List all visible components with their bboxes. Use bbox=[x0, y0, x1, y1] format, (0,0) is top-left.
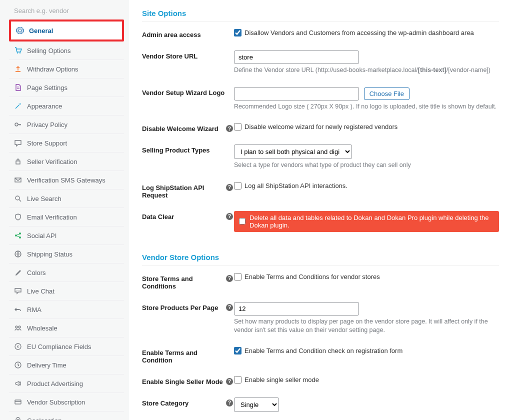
checkbox-disable-wizard[interactable]: Disable welcome wizard for newly registe… bbox=[234, 123, 499, 130]
help-icon[interactable]: ? bbox=[226, 304, 233, 311]
sidebar-item-label: Privacy Policy bbox=[27, 121, 68, 128]
help-icon[interactable]: ? bbox=[226, 184, 233, 191]
section-title-vendor: Vendor Store Options bbox=[142, 253, 499, 266]
help-icon[interactable]: ? bbox=[226, 125, 233, 132]
label-products-per-page: Store Products Per Page bbox=[142, 302, 226, 312]
field-product-types: Selling Product Types I plan to sell bot… bbox=[142, 144, 499, 170]
checkbox-enable-terms-input[interactable] bbox=[234, 347, 242, 354]
sidebar-item-live-search[interactable]: Live Search bbox=[9, 190, 124, 208]
euro-icon: € bbox=[14, 342, 22, 350]
sidebar-item-label: EU Compliance Fields bbox=[27, 343, 92, 350]
checkbox-shipstation[interactable]: Log all ShipStation API interactions. bbox=[234, 182, 499, 190]
sidebar-item-shipping-status[interactable]: Shipping Status bbox=[9, 245, 124, 264]
help-icon[interactable]: ? bbox=[226, 400, 233, 406]
label-enable-terms: Enable Terms and Condition bbox=[142, 347, 226, 364]
sidebar-item-eu-compliance-fields[interactable]: €EU Compliance Fields bbox=[9, 338, 124, 356]
sidebar-item-page-settings[interactable]: Page Settings bbox=[9, 78, 124, 97]
main-panel: Site Options Admin area access Disallow … bbox=[129, 0, 512, 420]
sidebar-item-label: RMA bbox=[27, 306, 42, 314]
sidebar-item-label: Geolocation bbox=[27, 417, 62, 420]
input-products-per-page[interactable] bbox=[234, 302, 359, 316]
sidebar-item-social-api[interactable]: Social API bbox=[9, 226, 124, 245]
checkbox-store-terms-input[interactable] bbox=[234, 273, 242, 280]
sidebar-item-withdraw-options[interactable]: Withdraw Options bbox=[9, 60, 124, 78]
sidebar-item-store-support[interactable]: Store Support bbox=[9, 134, 124, 152]
sidebar-item-label: Email Verification bbox=[27, 214, 77, 221]
sidebar-item-rma[interactable]: RMA bbox=[9, 300, 124, 319]
chat-icon bbox=[14, 139, 22, 147]
sidebar-item-privacy-policy[interactable]: Privacy Policy bbox=[9, 116, 124, 134]
sidebar-item-geolocation[interactable]: Geolocation bbox=[9, 412, 124, 420]
help-icon[interactable]: ? bbox=[226, 275, 233, 282]
checkbox-admin-access[interactable]: Disallow Vendors and Customers from acce… bbox=[234, 29, 499, 36]
checkbox-admin-access-input[interactable] bbox=[234, 29, 242, 36]
sidebar-item-label: Delivery Time bbox=[27, 362, 66, 369]
svg-point-11 bbox=[18, 290, 20, 291]
help-products-per-page: Set how many products to display per pag… bbox=[234, 318, 499, 335]
sidebar-item-colors[interactable]: Colors bbox=[9, 264, 124, 282]
danger-data-clear[interactable]: Delete all data and tables related to Do… bbox=[234, 211, 499, 232]
sidebar-item-label: Shipping Status bbox=[27, 250, 72, 258]
input-wizard-logo[interactable] bbox=[234, 87, 359, 100]
sidebar-item-appearance[interactable]: Appearance bbox=[9, 97, 124, 116]
chat2-icon bbox=[14, 287, 22, 295]
checkbox-store-terms[interactable]: Enable Terms and Conditions for vendor s… bbox=[234, 273, 499, 280]
select-store-category[interactable]: Single bbox=[234, 398, 279, 412]
checkbox-single-seller-input[interactable] bbox=[234, 376, 242, 384]
cart-icon bbox=[14, 46, 22, 54]
sidebar-item-product-advertising[interactable]: Product Advertising bbox=[9, 374, 124, 393]
svg-point-0 bbox=[17, 52, 18, 54]
field-enable-terms: Enable Terms and Condition Enable Terms … bbox=[142, 347, 499, 364]
field-products-per-page: Store Products Per Page ? Set how many p… bbox=[142, 302, 499, 335]
pin-icon bbox=[14, 416, 22, 420]
help-icon[interactable]: ? bbox=[226, 213, 233, 220]
checkbox-disable-wizard-input[interactable] bbox=[234, 123, 242, 130]
sidebar-item-label: Page Settings bbox=[27, 84, 68, 92]
sidebar-item-email-verification[interactable]: Email Verification bbox=[9, 208, 124, 226]
sidebar-search-placeholder[interactable]: Search e.g. vendor bbox=[9, 4, 124, 20]
help-icon[interactable]: ? bbox=[226, 378, 233, 385]
field-disable-wizard: Disable Welcome Wizard ? Disable welcome… bbox=[142, 123, 499, 132]
field-store-category: Store Category ? Single bbox=[142, 398, 499, 412]
sidebar-item-selling-options[interactable]: Selling Options bbox=[9, 42, 124, 60]
sidebar-item-delivery-time[interactable]: Delivery Time bbox=[9, 356, 124, 374]
sidebar-item-label: Product Advertising bbox=[27, 380, 83, 388]
checkbox-single-seller[interactable]: Enable single seller mode bbox=[234, 376, 499, 384]
shield-icon bbox=[14, 213, 22, 221]
checkbox-data-clear-input[interactable] bbox=[239, 218, 246, 225]
label-wizard-logo: Vendor Setup Wizard Logo bbox=[142, 87, 226, 96]
input-vendor-url[interactable] bbox=[234, 50, 359, 64]
field-single-seller: Enable Single Seller Mode ? Enable singl… bbox=[142, 376, 499, 386]
sidebar-item-general[interactable]: General bbox=[9, 20, 124, 42]
field-store-terms: Store Terms and Conditions ? Enable Term… bbox=[142, 273, 499, 290]
wand-icon bbox=[14, 102, 22, 110]
sidebar-item-verification-sms-gateways[interactable]: Verification SMS Gateways bbox=[9, 171, 124, 190]
sidebar-item-label: Live Chat bbox=[27, 288, 54, 295]
sidebar-item-label: Appearance bbox=[27, 102, 62, 110]
svg-point-1 bbox=[20, 52, 20, 54]
sidebar-item-label: Wholesale bbox=[27, 324, 58, 332]
lock-icon bbox=[14, 158, 22, 166]
sidebar-item-label: Store Support bbox=[27, 140, 67, 147]
svg-point-13 bbox=[18, 326, 20, 328]
gear-icon bbox=[16, 26, 24, 34]
field-data-clear: Data Clear ? Delete all data and tables … bbox=[142, 211, 499, 232]
sidebar-item-seller-verification[interactable]: Seller Verification bbox=[9, 152, 124, 171]
sidebar-item-label: Withdraw Options bbox=[27, 66, 78, 73]
sidebar-item-vendor-subscription[interactable]: Vendor Subscription bbox=[9, 393, 124, 412]
section-title-site: Site Options bbox=[142, 9, 499, 22]
checkbox-shipstation-input[interactable] bbox=[234, 182, 242, 190]
label-store-category: Store Category bbox=[142, 398, 226, 407]
choose-file-button[interactable]: Choose File bbox=[364, 88, 410, 100]
field-shipstation: Log ShipStation API Request ? Log all Sh… bbox=[142, 182, 499, 199]
sidebar-item-label: Seller Verification bbox=[27, 158, 77, 166]
sidebar-item-label: Social API bbox=[27, 232, 56, 240]
select-product-types[interactable]: I plan to sell both physical and digital… bbox=[234, 144, 352, 159]
sidebar-item-wholesale[interactable]: Wholesale bbox=[9, 319, 124, 338]
svg-point-2 bbox=[15, 123, 18, 126]
globe-icon bbox=[14, 250, 22, 258]
sidebar-item-live-chat[interactable]: Live Chat bbox=[9, 282, 124, 300]
checkbox-enable-terms[interactable]: Enable Terms and Condition check on regi… bbox=[234, 347, 499, 354]
sidebar-item-label: Colors bbox=[27, 269, 46, 276]
svg-point-12 bbox=[16, 326, 18, 328]
